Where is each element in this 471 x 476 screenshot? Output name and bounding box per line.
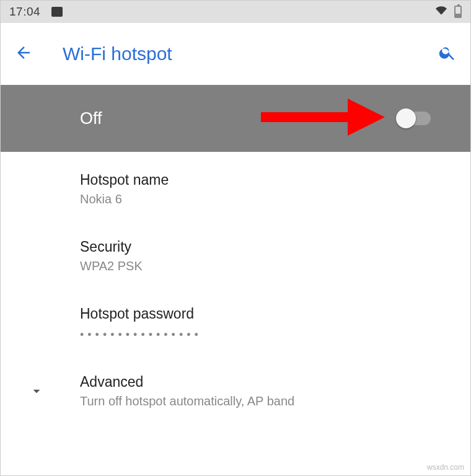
hotspot-password-item[interactable]: Hotspot password •••••••••••••••• — [1, 289, 470, 358]
chevron-down-icon — [23, 383, 50, 399]
advanced-item[interactable]: Advanced Turn off hotspot automatically,… — [1, 358, 470, 425]
item-title: Hotspot name — [80, 172, 470, 188]
picture-icon — [51, 7, 63, 17]
item-value: WPA2 PSK — [80, 259, 470, 273]
app-bar: Wi-Fi hotspot — [1, 23, 470, 85]
item-title: Advanced — [80, 374, 294, 390]
status-time: 17:04 — [9, 5, 40, 19]
status-right — [434, 5, 462, 19]
status-bar: 17:04 — [1, 1, 470, 23]
item-title: Security — [80, 239, 470, 255]
hotspot-switch[interactable] — [398, 112, 431, 125]
page-title: Wi-Fi hotspot — [63, 43, 408, 64]
item-summary: Turn off hotspot automatically, AP band — [80, 394, 294, 408]
svg-rect-0 — [261, 112, 354, 122]
battery-icon — [454, 6, 462, 18]
item-title: Hotspot password — [80, 306, 470, 322]
hotspot-name-item[interactable]: Hotspot name Nokia 6 — [1, 156, 470, 223]
security-item[interactable]: Security WPA2 PSK — [1, 223, 470, 289]
annotation-arrow-icon — [261, 99, 385, 138]
watermark: wsxdn.com — [427, 463, 464, 472]
search-button[interactable] — [438, 43, 457, 64]
status-left: 17:04 — [9, 5, 63, 19]
item-value: Nokia 6 — [80, 192, 470, 206]
wifi-icon — [434, 5, 448, 19]
settings-list: Hotspot name Nokia 6 Security WPA2 PSK H… — [1, 152, 470, 428]
advanced-text: Advanced Turn off hotspot automatically,… — [80, 374, 294, 408]
switch-thumb — [396, 108, 416, 128]
password-masked: •••••••••••••••• — [80, 328, 470, 342]
hotspot-toggle-row[interactable]: Off — [1, 85, 470, 152]
svg-marker-1 — [348, 99, 385, 136]
back-button[interactable] — [14, 43, 33, 64]
